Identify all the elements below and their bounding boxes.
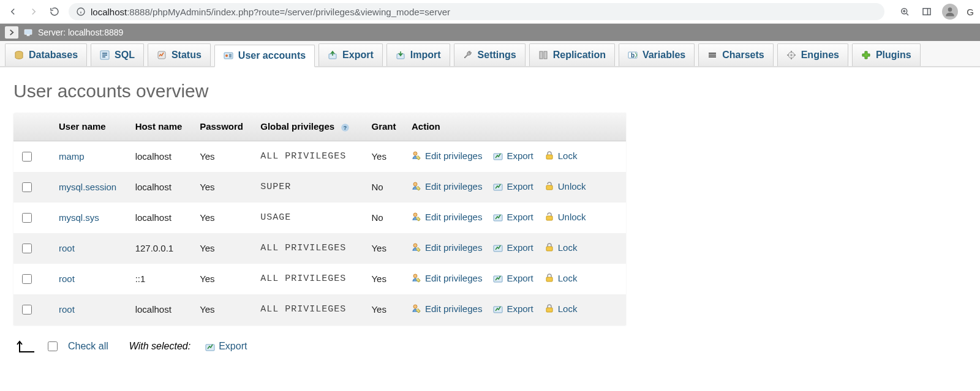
tab-variables[interactable]: Variables bbox=[619, 43, 695, 66]
export-user-button[interactable]: Export bbox=[493, 181, 533, 192]
svg-point-9 bbox=[948, 7, 952, 12]
zoom-icon[interactable] bbox=[898, 5, 911, 18]
lock-label: Lock bbox=[558, 273, 578, 283]
tab-databases[interactable]: Databases bbox=[5, 43, 87, 66]
tab-import[interactable]: Import bbox=[386, 43, 450, 66]
tab-export[interactable]: Export bbox=[318, 43, 383, 66]
unlock-icon bbox=[545, 181, 554, 191]
tab-status[interactable]: Status bbox=[148, 43, 211, 66]
panel-icon[interactable] bbox=[920, 5, 933, 18]
edit-privileges-button[interactable]: Edit privileges bbox=[412, 242, 482, 253]
check-all-link[interactable]: Check all bbox=[68, 341, 108, 352]
person-icon bbox=[944, 6, 956, 18]
top-tabs: DatabasesSQLStatusUser accountsExportImp… bbox=[0, 41, 980, 67]
user-link[interactable]: root bbox=[59, 274, 75, 284]
lock-user-button[interactable]: Lock bbox=[545, 242, 578, 253]
tab-charsets[interactable]: Charsets bbox=[698, 43, 773, 66]
browser-reload-button[interactable] bbox=[48, 5, 61, 18]
svg-line-4 bbox=[907, 13, 908, 15]
edit-user-icon bbox=[412, 303, 421, 313]
tab-settings[interactable]: Settings bbox=[454, 43, 526, 66]
site-info-icon[interactable] bbox=[76, 7, 86, 17]
tab-replication[interactable]: Replication bbox=[529, 43, 615, 66]
export-user-button[interactable]: Export bbox=[493, 212, 533, 222]
help-icon[interactable]: ? bbox=[341, 123, 350, 132]
url-bar[interactable]: localhost:8888/phpMyAdmin5/index.php?rou… bbox=[69, 3, 884, 20]
edit-privileges-button[interactable]: Edit privileges bbox=[412, 273, 482, 283]
tab-user-accounts[interactable]: User accounts bbox=[214, 45, 315, 67]
edit-user-icon bbox=[412, 242, 421, 252]
export-icon bbox=[493, 181, 503, 191]
tab-plugins[interactable]: Plugins bbox=[852, 43, 921, 66]
export-label: Export bbox=[507, 181, 533, 192]
bulk-export-button[interactable]: Export bbox=[205, 341, 247, 352]
collapse-nav-button[interactable] bbox=[5, 26, 18, 39]
export-label: Export bbox=[507, 242, 533, 253]
tab-label: SQL bbox=[115, 50, 135, 61]
lock-user-button[interactable]: Lock bbox=[545, 273, 578, 283]
server-label[interactable]: Server: localhost:8889 bbox=[38, 28, 123, 37]
user-link[interactable]: mysql.session bbox=[59, 182, 116, 192]
bulk-export-label: Export bbox=[219, 341, 247, 352]
lock-user-button[interactable]: Unlock bbox=[545, 181, 586, 192]
row-checkbox[interactable] bbox=[22, 152, 32, 162]
export-user-button[interactable]: Export bbox=[493, 151, 533, 161]
lock-user-button[interactable]: Lock bbox=[545, 303, 578, 314]
bulk-actions-row: Check all With selected: Export bbox=[13, 340, 967, 353]
export-icon bbox=[493, 212, 503, 222]
browser-forward-button[interactable] bbox=[27, 5, 40, 18]
user-link[interactable]: root bbox=[59, 243, 75, 253]
row-checkbox[interactable] bbox=[22, 305, 32, 315]
tab-label: Import bbox=[410, 50, 441, 61]
row-checkbox[interactable] bbox=[22, 182, 32, 192]
grant-cell: Yes bbox=[365, 264, 405, 294]
user-link[interactable]: mamp bbox=[59, 151, 85, 162]
col-password: Password bbox=[194, 113, 254, 141]
table-header-row: User name Host name Password Global priv… bbox=[13, 113, 626, 141]
edit-privileges-button[interactable]: Edit privileges bbox=[412, 151, 482, 161]
table-row: root127.0.0.1YesALL PRIVILEGESYesEdit pr… bbox=[13, 233, 626, 264]
browser-back-button[interactable] bbox=[6, 5, 20, 18]
svg-rect-10 bbox=[24, 29, 32, 34]
host-cell: ::1 bbox=[129, 264, 194, 294]
replication-icon bbox=[538, 50, 548, 60]
col-checkbox bbox=[13, 113, 53, 141]
row-checkbox[interactable] bbox=[22, 213, 32, 223]
edit-privileges-label: Edit privileges bbox=[425, 303, 482, 314]
url-host: localhost bbox=[91, 7, 127, 17]
edit-privileges-button[interactable]: Edit privileges bbox=[412, 303, 482, 314]
edit-privileges-button[interactable]: Edit privileges bbox=[412, 181, 482, 192]
lock-icon bbox=[545, 242, 554, 252]
lock-label: Unlock bbox=[558, 181, 586, 192]
row-checkbox[interactable] bbox=[22, 274, 32, 284]
lock-user-button[interactable]: Unlock bbox=[545, 212, 586, 222]
host-cell: localhost bbox=[129, 141, 194, 172]
lock-icon bbox=[545, 303, 554, 313]
tab-engines[interactable]: Engines bbox=[777, 43, 848, 66]
host-cell: localhost bbox=[129, 294, 194, 325]
export-user-button[interactable]: Export bbox=[493, 303, 533, 314]
with-selected-label: With selected: bbox=[129, 341, 190, 352]
check-all-checkbox[interactable] bbox=[48, 341, 58, 351]
edit-privileges-button[interactable]: Edit privileges bbox=[412, 212, 482, 222]
privileges-cell: USAGE bbox=[254, 203, 365, 233]
export-user-button[interactable]: Export bbox=[493, 242, 533, 253]
export-icon bbox=[205, 341, 215, 351]
password-cell: Yes bbox=[194, 203, 254, 233]
grant-cell: Yes bbox=[365, 233, 405, 264]
lock-icon bbox=[545, 151, 554, 160]
lock-label: Unlock bbox=[558, 212, 586, 222]
tab-label: Engines bbox=[801, 50, 839, 61]
profile-avatar[interactable] bbox=[942, 4, 958, 20]
engines-icon bbox=[786, 50, 796, 60]
edit-user-icon bbox=[412, 212, 421, 222]
export-user-button[interactable]: Export bbox=[493, 273, 533, 283]
privileges-cell: SUPER bbox=[254, 172, 365, 203]
bulk-arrow-icon bbox=[13, 340, 37, 353]
user-link[interactable]: mysql.sys bbox=[59, 212, 99, 223]
url-text: localhost:8888/phpMyAdmin5/index.php?rou… bbox=[91, 7, 450, 17]
row-checkbox[interactable] bbox=[22, 244, 32, 253]
user-link[interactable]: root bbox=[59, 304, 75, 315]
tab-sql[interactable]: SQL bbox=[91, 43, 144, 66]
lock-user-button[interactable]: Lock bbox=[545, 151, 578, 161]
